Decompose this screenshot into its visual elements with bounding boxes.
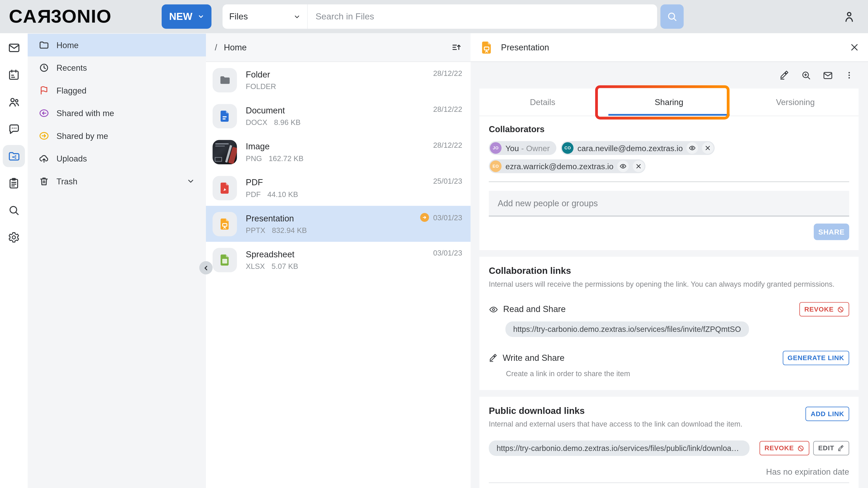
- details-tabs: Details Sharing Versioning: [479, 89, 859, 116]
- divider: [489, 182, 849, 182]
- rail-item-files[interactable]: [3, 145, 25, 167]
- carbonio-logo: CAR3ONIO: [9, 6, 163, 27]
- arrow-circle-left-icon: [39, 108, 49, 119]
- close-details-button[interactable]: [850, 43, 859, 52]
- module-select-value: Files: [229, 11, 248, 22]
- add-link-button[interactable]: ADD LINK: [806, 407, 849, 421]
- collaborator-chips: JO You - Owner CO cara.neville@demo.zext…: [489, 141, 849, 173]
- revoke-read-link-button[interactable]: REVOKE: [799, 302, 849, 317]
- file-type: FOLDER: [246, 83, 276, 90]
- sidebar-item-label: Shared with me: [57, 108, 114, 118]
- prohibition-icon: [837, 306, 844, 313]
- top-bar: CAR3ONIO NEW Files: [0, 0, 868, 33]
- breadcrumb-root[interactable]: /: [215, 42, 217, 52]
- rail-item-contacts[interactable]: [3, 91, 25, 113]
- primary-rail: [0, 33, 28, 488]
- file-row-spreadsheet[interactable]: Spreadsheet XLSX5.07 KB 03/01/23: [206, 242, 471, 278]
- public-links-heading: Public download links: [489, 405, 799, 416]
- rail-item-calendar[interactable]: [3, 64, 25, 86]
- rail-item-search[interactable]: [3, 199, 25, 221]
- file-row-image[interactable]: Image PNG162.72 KB 28/12/22: [206, 134, 471, 170]
- file-row-presentation[interactable]: Presentation PPTX832.94 KB 03/01/23: [206, 206, 471, 242]
- sort-asc-icon: [451, 42, 462, 53]
- view-permissions-button[interactable]: [617, 160, 629, 172]
- edit-public-link-button[interactable]: EDIT: [813, 441, 849, 455]
- sort-button[interactable]: [451, 42, 462, 53]
- remove-collaborator-button[interactable]: [633, 160, 645, 172]
- sidebar-item-label: Trash: [57, 176, 78, 186]
- sidebar-item-label: Home: [57, 40, 79, 50]
- collaborator-label: You: [505, 144, 519, 153]
- close-icon: [636, 163, 642, 169]
- tab-versioning[interactable]: Versioning: [732, 89, 859, 116]
- search-icon: [666, 11, 678, 22]
- chevron-down-icon[interactable]: [186, 177, 195, 186]
- sidebar-item-uploads[interactable]: Uploads: [28, 147, 206, 170]
- view-permissions-button[interactable]: [687, 142, 698, 154]
- module-select[interactable]: Files: [222, 4, 307, 29]
- account-avatar-button[interactable]: [842, 10, 856, 23]
- divider: [489, 483, 849, 483]
- file-type: DOCX: [246, 119, 268, 126]
- file-type: PNG: [246, 155, 262, 162]
- spreadsheet-tile: [213, 248, 237, 272]
- sidebar-item-shared-with-me[interactable]: Shared with me: [28, 102, 206, 125]
- expiration-label: Has no expiration date: [489, 467, 849, 477]
- files-sidebar: Home Recents Flagged Shared with me Shar…: [28, 33, 206, 488]
- collaborator-chip: EO ezra.warrick@demo.zextras.io: [489, 159, 646, 173]
- person-icon: [842, 10, 856, 23]
- generate-link-button[interactable]: GENERATE LINK: [782, 351, 849, 365]
- sidebar-item-home[interactable]: Home: [28, 34, 206, 56]
- file-row-document[interactable]: Document DOCX8.96 KB 28/12/22: [206, 98, 471, 134]
- add-collaborator-field: [489, 191, 849, 217]
- more-actions-button[interactable]: [845, 71, 854, 79]
- search-box: [307, 4, 657, 29]
- edit-button[interactable]: [779, 70, 789, 80]
- search-button[interactable]: [660, 4, 684, 29]
- avatar: JO: [490, 142, 501, 154]
- share-button[interactable]: SHARE: [814, 223, 849, 240]
- sidebar-item-label: Uploads: [57, 154, 87, 163]
- new-button-label: NEW: [169, 11, 192, 22]
- read-share-link[interactable]: https://try-carbonio.demo.zextras.io/ser…: [505, 322, 749, 337]
- sidebar-item-flagged[interactable]: Flagged: [28, 79, 206, 102]
- document-icon: [218, 109, 231, 123]
- public-download-link[interactable]: https://try-carbonio.demo.zextras.io/ser…: [489, 440, 749, 456]
- send-via-mail-button[interactable]: [823, 70, 833, 80]
- add-collaborator-input[interactable]: [489, 198, 849, 208]
- write-share-label: Write and Share: [503, 353, 565, 363]
- details-actions: [471, 62, 868, 89]
- tab-sharing[interactable]: Sharing: [606, 89, 732, 116]
- rail-item-settings[interactable]: [3, 226, 25, 249]
- close-icon: [705, 145, 711, 151]
- trash-icon: [39, 176, 49, 187]
- file-size: 5.07 KB: [272, 263, 298, 270]
- collapse-sidebar-button[interactable]: [199, 261, 213, 274]
- search-group: Files: [222, 4, 684, 29]
- sidebar-item-recents[interactable]: Recents: [28, 57, 206, 79]
- sidebar-item-shared-by-me[interactable]: Shared by me: [28, 125, 206, 147]
- file-list-panel: / Home Folder FOLDER 28/12/22: [206, 33, 471, 488]
- collaboration-links-description: Internal users will receive the permissi…: [489, 280, 849, 288]
- rail-item-mail[interactable]: [3, 37, 25, 59]
- public-links-card: Public download links Internal and exter…: [479, 397, 859, 488]
- search-input[interactable]: [308, 11, 657, 22]
- avatar: CO: [562, 142, 574, 154]
- preview-button[interactable]: [801, 70, 811, 80]
- sidebar-item-label: Recents: [57, 63, 87, 72]
- calendar-icon: [8, 69, 20, 81]
- collaborator-label: ezra.warrick@demo.zextras.io: [505, 162, 614, 170]
- rail-item-chats[interactable]: [3, 118, 25, 140]
- remove-collaborator-button[interactable]: [702, 142, 714, 154]
- file-row-pdf[interactable]: PDF PDF44.10 KB 25/01/23: [206, 170, 471, 206]
- breadcrumb-current[interactable]: Home: [224, 42, 247, 52]
- tab-details[interactable]: Details: [479, 89, 606, 116]
- rail-item-tasks[interactable]: [3, 172, 25, 194]
- gear-icon: [8, 231, 20, 243]
- app-shell: Home Recents Flagged Shared with me Shar…: [0, 33, 868, 488]
- revoke-public-link-button[interactable]: REVOKE: [760, 441, 809, 455]
- file-name: Image: [246, 142, 463, 151]
- file-row-folder[interactable]: Folder FOLDER 28/12/22: [206, 62, 471, 98]
- sidebar-item-trash[interactable]: Trash: [28, 170, 206, 193]
- new-button[interactable]: NEW: [162, 4, 211, 29]
